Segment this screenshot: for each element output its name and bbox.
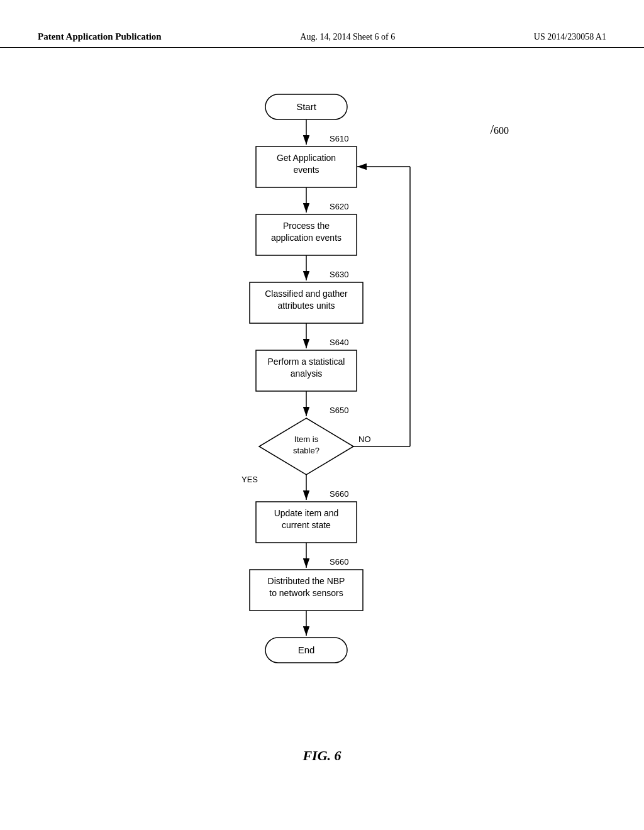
s630-text-1: Classified and gather <box>265 289 348 299</box>
s660b-text-2: to network sensors <box>269 588 343 598</box>
s620-label: S620 <box>330 202 348 211</box>
no-label: NO <box>358 434 371 444</box>
start-label: Start <box>296 101 317 112</box>
s660b-label: S660 <box>330 557 348 567</box>
s640-label: S640 <box>330 338 348 347</box>
s640-text-2: analysis <box>291 368 323 379</box>
yes-label: YES <box>242 475 258 484</box>
s660a-label: S660 <box>330 489 348 499</box>
end-label: End <box>298 645 315 655</box>
s620-text-1: Process the <box>283 221 330 231</box>
flowchart-diagram: Start S610 Get Application events S620 P… <box>158 82 486 723</box>
fig-label: FIG. 6 <box>303 748 341 764</box>
header-right: US 2014/230058 A1 <box>534 32 606 42</box>
s620-text-2: application events <box>271 233 341 243</box>
s660a-text-2: current state <box>282 520 331 530</box>
page-header: Patent Application Publication Aug. 14, … <box>0 31 644 48</box>
s610-text-1: Get Application <box>277 153 336 163</box>
s610-label: S610 <box>330 134 348 143</box>
s650-text-1: Item is <box>294 434 319 444</box>
s610-text-2: events <box>293 165 319 175</box>
diagram-label: /600 <box>490 123 509 137</box>
s630-text-2: attributes units <box>277 301 335 311</box>
s660a-text-1: Update item and <box>274 508 339 518</box>
s650-text-2: stable? <box>293 446 319 455</box>
header-left: Patent Application Publication <box>38 31 162 42</box>
s630-label: S630 <box>330 270 348 279</box>
s650-label: S650 <box>330 406 348 415</box>
s660b-text-1: Distributed the NBP <box>268 576 345 586</box>
s640-text-1: Perform a statistical <box>268 357 345 367</box>
header-center: Aug. 14, 2014 Sheet 6 of 6 <box>300 32 395 42</box>
